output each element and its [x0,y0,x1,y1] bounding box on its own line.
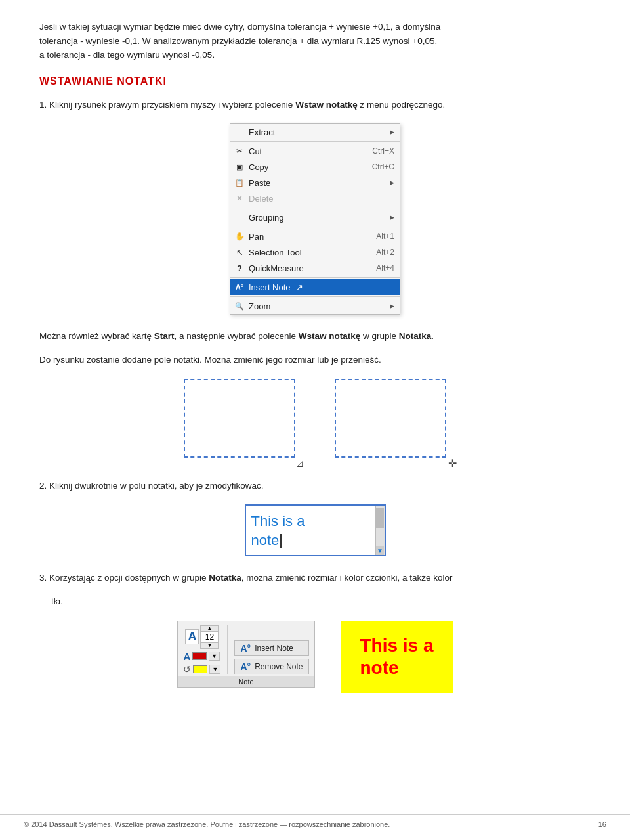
note-scrollbar[interactable]: ▼ [375,506,385,555]
pan-icon: ✋ [234,231,245,242]
menu-separator-2 [230,208,400,208]
remove-note-icon: A° [240,661,251,672]
menu-item-zoom[interactable]: 🔍 Zoom [230,298,400,314]
step1-text: 1. Kliknij rysunek prawym przyciskiem my… [39,98,591,112]
menu-item-paste[interactable]: 📋 Paste [230,175,400,190]
menu-separator-1 [230,141,400,142]
font-size-down-button[interactable]: ▼ [200,642,219,649]
menu-item-quickmeasure[interactable]: ? QuickMeasure Alt+4 [230,260,400,276]
context-menu-image: Extract ✂ Cut Ctrl+X ▣ Copy Ctrl+C 📋 Pas… [39,123,591,315]
menu-item-insert-note[interactable]: A° Insert Note ↗ [230,279,400,295]
menu-item-delete[interactable]: ✕ Delete [230,190,400,206]
bg-color-dropdown-button[interactable]: ▼ [209,665,220,674]
toolbar-area: A ▲ ▼ A ▼ [39,621,591,693]
insert-note-icon: A° [234,281,245,293]
font-color-letter: A [183,651,190,662]
scrollbar-down-arrow[interactable]: ▼ [376,546,384,555]
cut-icon: ✂ [234,145,245,157]
menu-separator-5 [230,296,400,297]
color-swatches: A ▼ ↺ ▼ [183,651,220,674]
paste-icon: 📋 [234,177,245,188]
insert-note-button[interactable]: A° Insert Note [234,640,308,656]
page-content: Jeśli w takiej sytuacji wymiar będzie mi… [0,0,630,739]
after-menu-text: Można również wybrać kartę Start, a nast… [39,329,591,343]
insert-note-icon: A° [240,643,251,653]
font-size-input[interactable] [200,632,219,642]
bg-color-icon: ↺ [183,664,191,674]
note-box-left [184,379,295,458]
toolbar-label: Note [177,676,314,688]
note-toolbar-group: A ▲ ▼ A ▼ [177,621,314,688]
context-menu: Extract ✂ Cut Ctrl+X ▣ Copy Ctrl+C 📋 Pas… [230,123,400,315]
note-edit-image: This is anote ▼ [39,504,591,556]
font-size-up-button[interactable]: ▲ [200,625,219,632]
note-toolbar-inner: A ▲ ▼ A ▼ [177,621,314,676]
menu-item-selection-tool[interactable]: ↖ Selection Tool Alt+2 [230,244,400,260]
font-color-row: A ▼ [183,651,220,662]
selection-icon: ↖ [234,246,245,258]
intro-paragraph: Jeśli w takiej sytuacji wymiar będzie mi… [39,20,591,62]
toolbar-separator [227,625,228,674]
menu-item-copy[interactable]: ▣ Copy Ctrl+C [230,159,400,175]
font-size-spinners: ▲ ▼ [200,625,219,649]
note-yellow-text: This is anote [360,634,433,678]
move-cursor-icon: ✛ [448,457,457,470]
scrollbar-thumb[interactable] [376,508,384,528]
step3-line2: tła. [51,594,591,609]
footer-copyright: © 2014 Dassault Systèmes. Wszelkie prawa… [24,820,390,828]
resize-cursor-icon: ⊿ [296,458,304,470]
note-fields-row: ⊿ ✛ [39,379,591,458]
note-edit-text: This is anote [251,512,373,550]
font-color-dropdown-button[interactable]: ▼ [209,652,220,661]
menu-separator-4 [230,277,400,278]
bg-color-swatch[interactable] [193,665,207,673]
menu-item-pan[interactable]: ✋ Pan Alt+1 [230,229,400,244]
menu-item-cut[interactable]: ✂ Cut Ctrl+X [230,143,400,159]
quickmeasure-icon: ? [234,262,245,274]
menu-item-extract[interactable]: Extract [230,124,400,140]
step2-text: 2. Kliknij dwukrotnie w polu notatki, ab… [39,479,591,493]
note-edit-area[interactable]: This is anote ▼ [245,504,386,556]
step3-text: 3. Korzystając z opcji dostępnych w grup… [39,571,591,585]
footer-page-number: 16 [598,820,606,828]
footer: © 2014 Dassault Systèmes. Wszelkie prawa… [0,814,630,828]
zoom-icon: 🔍 [234,300,245,312]
font-color-swatch-col [192,652,207,660]
font-letter-icon: A [185,629,199,644]
copy-icon: ▣ [234,161,245,173]
section-title: WSTAWIANIE NOTATKI [39,76,591,87]
font-color-swatch[interactable] [192,652,207,660]
remove-note-button[interactable]: A° Remove Note [234,659,308,674]
font-size-group: A ▲ ▼ A ▼ [183,625,220,674]
note-fields-description: Do rysunku zostanie dodane pole notatki.… [39,353,591,367]
font-size-row: A ▲ ▼ [185,625,219,649]
note-yellow-preview: This is anote [341,621,453,693]
note-box-right [335,379,446,458]
delete-icon: ✕ [234,192,245,204]
menu-item-grouping[interactable]: Grouping [230,210,400,225]
insert-remove-buttons: A° Insert Note A° Remove Note [234,640,308,674]
bg-color-row: ↺ ▼ [183,664,220,674]
text-cursor [280,534,282,548]
menu-separator-3 [230,227,400,227]
